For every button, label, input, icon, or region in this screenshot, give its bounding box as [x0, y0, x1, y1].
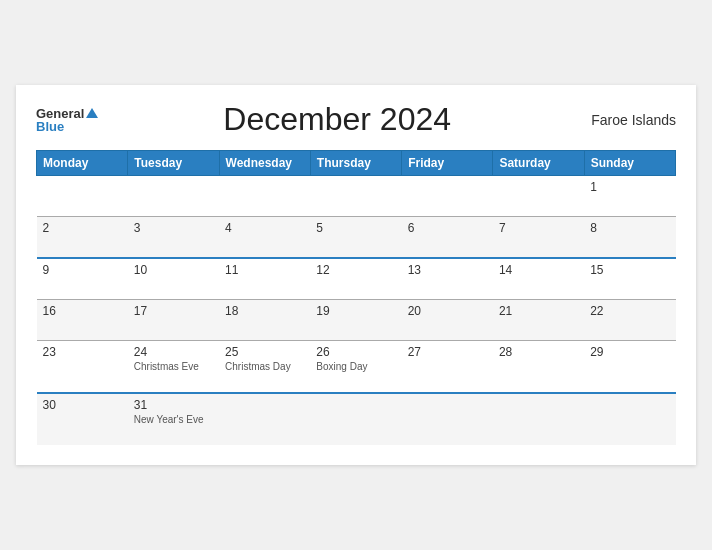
table-row [402, 176, 493, 217]
calendar-header: General Blue December 2024 Faroe Islands [36, 101, 676, 138]
day-number: 6 [408, 221, 487, 235]
table-row: 17 [128, 300, 219, 341]
day-number: 18 [225, 304, 304, 318]
table-row [584, 393, 675, 445]
table-row: 11 [219, 258, 310, 300]
calendar-week-row: 9101112131415 [37, 258, 676, 300]
calendar-week-row: 16171819202122 [37, 300, 676, 341]
table-row: 6 [402, 217, 493, 259]
day-number: 25 [225, 345, 304, 359]
table-row [310, 393, 401, 445]
table-row: 7 [493, 217, 584, 259]
table-row: 18 [219, 300, 310, 341]
day-number: 15 [590, 263, 669, 277]
calendar-header-row: Monday Tuesday Wednesday Thursday Friday… [37, 151, 676, 176]
table-row: 24Christmas Eve [128, 341, 219, 394]
table-row: 2 [37, 217, 128, 259]
table-row: 3 [128, 217, 219, 259]
holiday-label: New Year's Eve [134, 414, 213, 425]
col-friday: Friday [402, 151, 493, 176]
calendar-week-row: 2324Christmas Eve25Christmas Day26Boxing… [37, 341, 676, 394]
month-title: December 2024 [98, 101, 576, 138]
table-row: 8 [584, 217, 675, 259]
calendar-container: General Blue December 2024 Faroe Islands… [16, 85, 696, 465]
calendar-week-row: 1 [37, 176, 676, 217]
day-number: 3 [134, 221, 213, 235]
day-number: 30 [43, 398, 122, 412]
day-number: 24 [134, 345, 213, 359]
table-row [402, 393, 493, 445]
day-number: 27 [408, 345, 487, 359]
day-number: 29 [590, 345, 669, 359]
table-row: 22 [584, 300, 675, 341]
table-row: 9 [37, 258, 128, 300]
holiday-label: Christmas Day [225, 361, 304, 372]
table-row: 30 [37, 393, 128, 445]
day-number: 13 [408, 263, 487, 277]
day-number: 10 [134, 263, 213, 277]
table-row: 16 [37, 300, 128, 341]
day-number: 14 [499, 263, 578, 277]
day-number: 16 [43, 304, 122, 318]
table-row: 4 [219, 217, 310, 259]
calendar-week-row: 2345678 [37, 217, 676, 259]
region-label: Faroe Islands [576, 112, 676, 128]
day-number: 7 [499, 221, 578, 235]
day-number: 17 [134, 304, 213, 318]
table-row: 21 [493, 300, 584, 341]
day-number: 9 [43, 263, 122, 277]
table-row [310, 176, 401, 217]
day-number: 26 [316, 345, 395, 359]
table-row [128, 176, 219, 217]
day-number: 21 [499, 304, 578, 318]
logo-triangle-icon [86, 108, 98, 118]
table-row: 27 [402, 341, 493, 394]
table-row: 5 [310, 217, 401, 259]
day-number: 12 [316, 263, 395, 277]
holiday-label: Christmas Eve [134, 361, 213, 372]
logo-general-text: General [36, 107, 84, 120]
holiday-label: Boxing Day [316, 361, 395, 372]
table-row: 20 [402, 300, 493, 341]
col-saturday: Saturday [493, 151, 584, 176]
day-number: 5 [316, 221, 395, 235]
table-row: 23 [37, 341, 128, 394]
table-row: 31New Year's Eve [128, 393, 219, 445]
table-row: 12 [310, 258, 401, 300]
col-tuesday: Tuesday [128, 151, 219, 176]
day-number: 22 [590, 304, 669, 318]
day-number: 2 [43, 221, 122, 235]
day-number: 1 [590, 180, 669, 194]
table-row: 28 [493, 341, 584, 394]
table-row: 13 [402, 258, 493, 300]
day-number: 28 [499, 345, 578, 359]
day-number: 31 [134, 398, 213, 412]
logo: General Blue [36, 107, 98, 133]
table-row: 14 [493, 258, 584, 300]
table-row: 19 [310, 300, 401, 341]
table-row [493, 176, 584, 217]
table-row: 10 [128, 258, 219, 300]
table-row [219, 393, 310, 445]
day-number: 19 [316, 304, 395, 318]
table-row: 15 [584, 258, 675, 300]
col-wednesday: Wednesday [219, 151, 310, 176]
day-number: 4 [225, 221, 304, 235]
col-monday: Monday [37, 151, 128, 176]
table-row [493, 393, 584, 445]
calendar-week-row: 3031New Year's Eve [37, 393, 676, 445]
col-thursday: Thursday [310, 151, 401, 176]
table-row [37, 176, 128, 217]
day-number: 8 [590, 221, 669, 235]
table-row: 26Boxing Day [310, 341, 401, 394]
calendar-table: Monday Tuesday Wednesday Thursday Friday… [36, 150, 676, 445]
col-sunday: Sunday [584, 151, 675, 176]
day-number: 20 [408, 304, 487, 318]
table-row [219, 176, 310, 217]
table-row: 25Christmas Day [219, 341, 310, 394]
day-number: 23 [43, 345, 122, 359]
table-row: 29 [584, 341, 675, 394]
logo-blue-text: Blue [36, 120, 98, 133]
table-row: 1 [584, 176, 675, 217]
day-number: 11 [225, 263, 304, 277]
